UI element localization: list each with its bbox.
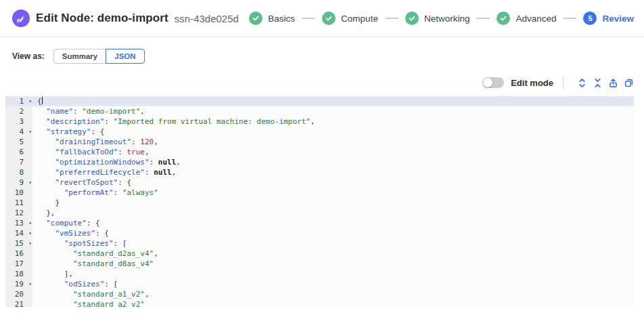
- line-number: 17: [5, 259, 32, 269]
- line-number: 18: [5, 269, 32, 279]
- step-number-badge: 5: [583, 12, 597, 25]
- step-connector: [385, 18, 398, 19]
- editor-line[interactable]: 10 "performAt": "always": [5, 188, 634, 198]
- code-line-content: "strategy": {: [32, 127, 104, 137]
- code-line-content: "name": "demo-import",: [32, 106, 145, 116]
- step-connector: [302, 18, 315, 19]
- spot-logo-icon: [12, 9, 30, 27]
- fold-caret-icon[interactable]: ▾: [28, 279, 32, 289]
- code-line-content: "description": "Imported from virtual ma…: [32, 116, 315, 127]
- editor-toolbar: Edit mode: [482, 73, 634, 92]
- collapse-vertical-icon[interactable]: [592, 77, 603, 88]
- code-line-content: "preferredLifecycle": null,: [32, 167, 176, 177]
- code-line-content: "standard_d8as_v4": [32, 259, 154, 269]
- line-number: 11: [5, 198, 32, 208]
- step-done-check-icon: [322, 12, 336, 25]
- toggle-knob: [483, 78, 492, 87]
- view-json-button[interactable]: JSON: [106, 49, 144, 64]
- export-icon[interactable]: [607, 77, 618, 88]
- code-line-content: "standard_d2as_v4",: [32, 249, 158, 259]
- line-number: 16: [5, 249, 32, 259]
- editor-line[interactable]: 17 "standard_d8as_v4": [5, 259, 634, 269]
- editor-line[interactable]: 7 "optimizationWindows": null,: [5, 157, 634, 167]
- edit-mode-toggle[interactable]: [482, 77, 504, 88]
- code-line-content: "revertToSpot": {: [32, 177, 131, 188]
- editor-line[interactable]: 14▾ "vmSizes": {: [5, 228, 634, 238]
- step-done-check-icon: [405, 12, 419, 25]
- editor-line[interactable]: 9▾ "revertToSpot": {: [5, 177, 634, 188]
- line-number: 4▾: [5, 127, 32, 137]
- line-number: 10: [5, 188, 32, 198]
- fold-caret-icon[interactable]: ▾: [28, 238, 32, 249]
- step-basics[interactable]: Basics: [249, 12, 295, 25]
- line-number: 1▾: [5, 96, 32, 106]
- code-line-content: {: [32, 96, 43, 106]
- code-line-content: "optimizationWindows": null,: [32, 157, 181, 167]
- editor-line[interactable]: 6 "fallbackToOd": true,: [5, 147, 634, 157]
- code-line-content: "fallbackToOd": true,: [32, 147, 150, 157]
- editor-line[interactable]: 16 "standard_d2as_v4",: [5, 249, 634, 259]
- line-number: 7: [5, 157, 32, 167]
- line-number: 14▾: [5, 228, 32, 238]
- line-number: 19▾: [5, 279, 32, 289]
- line-number: 12: [5, 208, 32, 218]
- line-number: 5: [5, 137, 32, 147]
- toolbar-divider: [563, 76, 564, 89]
- page-title: Edit Node: demo-import: [36, 12, 168, 25]
- json-editor[interactable]: 1▾{2 "name": "demo-import",3 "descriptio…: [5, 96, 634, 307]
- edit-mode-label: Edit mode: [511, 78, 553, 88]
- code-line-content: "standard_a2_v2": [32, 299, 145, 307]
- step-compute[interactable]: Compute: [322, 12, 378, 25]
- node-id: ssn-43de025d: [175, 13, 239, 24]
- editor-line[interactable]: 5 "drainingTimeout": 120,: [5, 137, 634, 147]
- fold-caret-icon[interactable]: ▾: [28, 228, 32, 238]
- editor-line[interactable]: 20 "standard_a1_v2",: [5, 289, 634, 299]
- code-line-content: "performAt": "always": [32, 188, 158, 198]
- code-line-content: "drainingTimeout": 120,: [32, 137, 158, 147]
- fold-caret-icon[interactable]: ▾: [28, 96, 32, 106]
- view-mode-switcher: Summary JSON: [53, 49, 145, 64]
- step-connector: [476, 18, 490, 19]
- editor-line[interactable]: 19▾ "odSizes": [: [5, 279, 634, 289]
- line-number: 3: [5, 116, 32, 127]
- code-line-content: },: [32, 208, 55, 218]
- code-line-content: "compute": {: [32, 218, 100, 228]
- copy-icon[interactable]: [623, 77, 634, 88]
- editor-line[interactable]: 21 "standard_a2_v2": [5, 299, 634, 307]
- line-number: 13▾: [5, 218, 32, 228]
- editor-line[interactable]: 1▾{: [5, 96, 634, 106]
- line-number: 15▾: [5, 238, 32, 249]
- step-label: Networking: [424, 14, 470, 24]
- view-summary-button[interactable]: Summary: [53, 49, 106, 64]
- expand-vertical-icon[interactable]: [576, 77, 587, 88]
- editor-line[interactable]: 12 },: [5, 208, 634, 218]
- code-line-content: "vmSizes": {: [32, 228, 109, 238]
- editor-line[interactable]: 13▾ "compute": {: [5, 218, 634, 228]
- line-number: 20: [5, 289, 32, 299]
- code-line-content: ],: [32, 269, 73, 279]
- view-as-row: View as: Summary JSON: [12, 49, 145, 64]
- editor-line[interactable]: 18 ],: [5, 269, 634, 279]
- code-line-content: "spotSizes": [: [32, 238, 127, 249]
- step-done-check-icon: [497, 12, 510, 25]
- editor-line[interactable]: 4▾ "strategy": {: [5, 127, 634, 137]
- editor-line[interactable]: 2 "name": "demo-import",: [5, 106, 634, 116]
- step-label: Advanced: [515, 14, 556, 24]
- step-advanced[interactable]: Advanced: [497, 12, 556, 25]
- step-connector: [563, 18, 576, 19]
- editor-line[interactable]: 15▾ "spotSizes": [: [5, 238, 634, 249]
- line-number: 8: [5, 167, 32, 177]
- fold-caret-icon[interactable]: ▾: [28, 218, 32, 228]
- header: Edit Node: demo-import ssn-43de025d Basi…: [0, 0, 644, 37]
- fold-caret-icon[interactable]: ▾: [28, 127, 32, 137]
- line-number: 21: [5, 299, 32, 307]
- step-networking[interactable]: Networking: [405, 12, 470, 25]
- editor-line[interactable]: 11 }: [5, 198, 634, 208]
- step-label: Review: [602, 14, 634, 24]
- step-review[interactable]: 5Review: [583, 12, 634, 25]
- editor-line[interactable]: 8 "preferredLifecycle": null,: [5, 167, 634, 177]
- line-number: 6: [5, 147, 32, 157]
- editor-line[interactable]: 3 "description": "Imported from virtual …: [5, 116, 634, 127]
- fold-caret-icon[interactable]: ▾: [28, 177, 32, 188]
- code-line-content: "standard_a1_v2",: [32, 289, 150, 299]
